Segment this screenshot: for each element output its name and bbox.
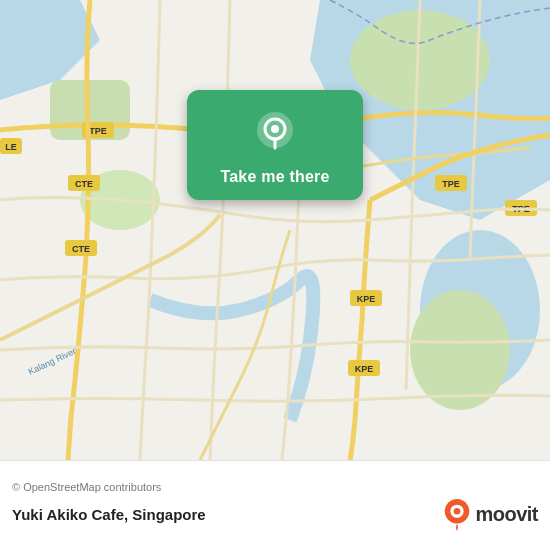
moovit-pin-icon bbox=[443, 499, 471, 531]
svg-point-30 bbox=[454, 507, 461, 514]
attribution-text: © OpenStreetMap contributors bbox=[12, 481, 538, 493]
app: TPE CTE CTE KPE KPE TPE TPE bbox=[0, 0, 550, 550]
svg-text:TPE: TPE bbox=[442, 179, 460, 189]
map-container: TPE CTE CTE KPE KPE TPE TPE bbox=[0, 0, 550, 460]
map-svg: TPE CTE CTE KPE KPE TPE TPE bbox=[0, 0, 550, 460]
take-me-there-card[interactable]: Take me there bbox=[187, 90, 363, 200]
location-pin-icon bbox=[249, 106, 301, 158]
svg-text:CTE: CTE bbox=[72, 244, 90, 254]
take-me-there-label: Take me there bbox=[220, 168, 329, 186]
moovit-text: moovit bbox=[475, 503, 538, 526]
svg-text:TPE: TPE bbox=[89, 126, 107, 136]
svg-text:KPE: KPE bbox=[357, 294, 376, 304]
bottom-bar: © OpenStreetMap contributors Yuki Akiko … bbox=[0, 460, 550, 550]
svg-text:KPE: KPE bbox=[355, 364, 374, 374]
svg-text:LE: LE bbox=[5, 142, 17, 152]
place-info: Yuki Akiko Cafe, Singapore moovit bbox=[12, 499, 538, 531]
place-name: Yuki Akiko Cafe, Singapore bbox=[12, 506, 206, 523]
moovit-logo[interactable]: moovit bbox=[443, 499, 538, 531]
svg-point-27 bbox=[271, 125, 279, 133]
svg-text:CTE: CTE bbox=[75, 179, 93, 189]
svg-point-5 bbox=[410, 290, 510, 410]
